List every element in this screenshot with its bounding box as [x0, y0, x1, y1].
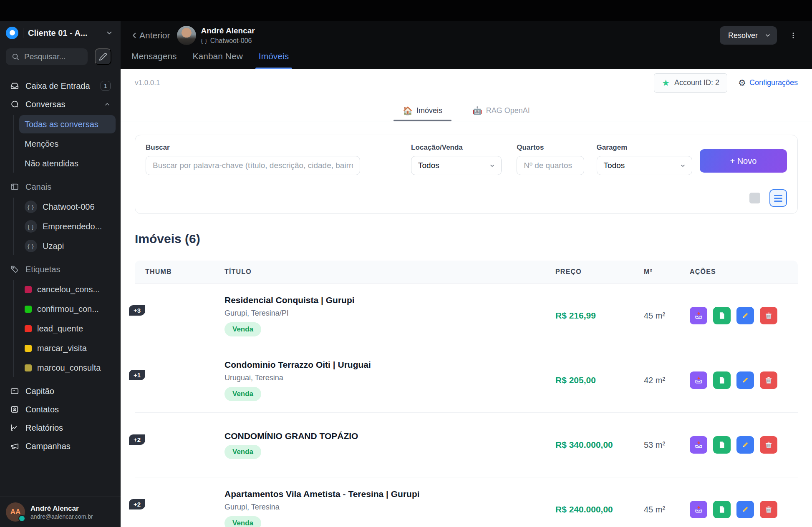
sidebar-item-label: Relatórios — [25, 423, 111, 433]
sidebar-user-card[interactable]: AA André Alencar andre@aalencar.com.br — [0, 497, 121, 527]
garagem-value: Todos — [604, 161, 680, 170]
sidebar-item-campanhas[interactable]: Campanhas — [5, 437, 116, 455]
sidebar-label-marcou-consulta[interactable]: marcou_consulta — [19, 359, 116, 377]
account-id-badge[interactable]: ★ Account ID: 2 — [654, 73, 727, 93]
quartos-label: Quartos — [517, 143, 584, 152]
delete-action-button[interactable] — [760, 371, 777, 389]
divider — [23, 28, 23, 38]
delete-action-button[interactable] — [760, 436, 777, 454]
sidebar-channel-chatwoot[interactable]: { } Chatwoot-006 — [19, 198, 116, 216]
table-row: +2 CONDOMÍNIO GRAND TOPÁZIO Venda R$ 340… — [135, 413, 798, 477]
channel-label: Uzapi — [43, 241, 64, 251]
panel-tab-imoveis[interactable]: 🏠 Imóveis — [393, 103, 451, 121]
edit-action-button[interactable] — [736, 371, 754, 389]
resolve-button[interactable]: Resolver — [720, 26, 777, 45]
tab-imoveis[interactable]: Imóveis — [259, 50, 289, 69]
sidebar-item-capitao[interactable]: Capitão — [5, 382, 116, 400]
list-view-button[interactable] — [769, 189, 787, 207]
sidebar-item-conversas[interactable]: Conversas — [5, 95, 116, 113]
sidebar-item-contatos[interactable]: Contatos — [5, 400, 116, 419]
document-action-button[interactable] — [713, 501, 731, 518]
edit-action-button[interactable] — [736, 307, 754, 324]
buscar-input[interactable] — [146, 156, 360, 175]
imoveis-panel: v1.0.0.1 ★ Account ID: 2 ⚙ Configurações… — [121, 69, 812, 527]
column-thumb: THUMB — [145, 268, 224, 276]
panel-columns-icon — [10, 182, 19, 191]
channel-label: Chatwoot-006 — [43, 202, 95, 212]
back-button[interactable]: Anterior — [131, 30, 170, 40]
sidebar-search-row: Pesquisar... — [0, 45, 121, 65]
sidebar-label-confirmou[interactable]: confirmou_con... — [19, 300, 116, 318]
conversas-sublist: Todas as conversas Menções Não atendidas — [13, 115, 116, 173]
workspace-name: Cliente 01 - A... — [28, 28, 101, 38]
chevron-up-icon — [104, 101, 111, 108]
inbox-action-button[interactable] — [690, 371, 707, 389]
inbox-action-button[interactable] — [690, 501, 707, 518]
sidebar-item-nao-atendidas[interactable]: Não atendidas — [19, 154, 116, 173]
sidebar-label-cancelou[interactable]: cancelou_cons... — [19, 280, 116, 299]
sidebar-section-etiquetas[interactable]: Etiquetas — [5, 260, 116, 279]
edit-action-button[interactable] — [736, 436, 754, 454]
list-heading: Imóveis (6) — [135, 232, 798, 246]
document-action-button[interactable] — [713, 436, 731, 454]
delete-action-button[interactable] — [760, 501, 777, 518]
row-actions — [690, 501, 787, 518]
sidebar-channel-uzapi[interactable]: { } Uzapi — [19, 237, 116, 255]
panel-tab-rag-openai[interactable]: 🤖 RAG OpenAI — [463, 103, 539, 121]
delete-action-button[interactable] — [760, 307, 777, 324]
search-input[interactable]: Pesquisar... — [6, 48, 88, 65]
sidebar-item-relatorios[interactable]: Relatórios — [5, 419, 116, 437]
app-window: Cliente 01 - A... Pesquisar... — [0, 0, 812, 527]
section-label: Etiquetas — [25, 265, 111, 274]
locacao-select[interactable]: Todos — [411, 156, 502, 175]
sidebar-item-inbox[interactable]: Caixa de Entrada 1 — [5, 77, 116, 95]
search-icon — [11, 53, 20, 61]
sub-item-label: Todas as conversas — [25, 120, 98, 129]
garagem-select[interactable]: Todos — [597, 156, 692, 175]
document-action-button[interactable] — [713, 307, 731, 324]
user-name: André Alencar — [30, 504, 93, 513]
etiquetas-sublist: cancelou_cons... confirmou_con... lead_q… — [13, 280, 116, 377]
sidebar-item-todas-conversas[interactable]: Todas as conversas — [19, 115, 116, 133]
chatwoot-logo-icon — [6, 27, 18, 39]
more-options-button[interactable] — [786, 28, 800, 43]
house-icon: 🏠 — [403, 106, 413, 115]
quartos-input[interactable] — [517, 156, 584, 175]
tab-mensagens[interactable]: Mensagens — [131, 50, 177, 69]
panel-tab-label: RAG OpenAI — [486, 106, 530, 115]
new-property-button[interactable]: + Novo — [700, 149, 787, 173]
search-placeholder: Pesquisar... — [24, 52, 66, 61]
status-badge: Venda — [224, 516, 261, 527]
row-actions — [690, 371, 787, 389]
sidebar-section-canais[interactable]: Canais — [5, 178, 116, 196]
contact-meta: André Alencar { } Chatwoot-006 — [201, 26, 255, 45]
inbox-action-button[interactable] — [690, 307, 707, 324]
sidebar-item-label: Contatos — [25, 405, 111, 414]
column-m2: M² — [644, 268, 690, 276]
line-chart-icon — [10, 423, 19, 432]
grid-view-button[interactable] — [749, 193, 760, 203]
contact-avatar[interactable] — [177, 26, 196, 45]
sidebar-channel-empreendedor[interactable]: { } Empreendedo... — [19, 217, 116, 236]
chevron-down-icon[interactable] — [764, 32, 771, 39]
settings-label: Configurações — [749, 78, 798, 87]
sidebar-item-mencoes[interactable]: Menções — [19, 135, 116, 153]
sidebar-label-lead-quente[interactable]: lead_quente — [19, 319, 116, 338]
inbox-action-button[interactable] — [690, 436, 707, 454]
sidebar-item-label: Caixa de Entrada — [25, 81, 94, 91]
property-title: Condominio Terrazzo Oiti | Uruguai — [224, 360, 555, 370]
sidebar-label-marcar-visita[interactable]: marcar_visita — [19, 339, 116, 357]
compose-button[interactable] — [95, 48, 111, 65]
property-price: R$ 340.000,00 — [555, 440, 644, 450]
user-avatar: AA — [6, 502, 25, 522]
edit-action-button[interactable] — [736, 501, 754, 518]
settings-link[interactable]: ⚙ Configurações — [738, 78, 798, 87]
property-title: CONDOMÍNIO GRAND TOPÁZIO — [224, 431, 555, 441]
contact-name: André Alencar — [201, 26, 255, 36]
sidebar: Cliente 01 - A... Pesquisar... — [0, 21, 121, 527]
conversation-header-row: Anterior André Alencar { } Chatwoot-006 … — [131, 21, 800, 50]
document-action-button[interactable] — [713, 371, 731, 389]
workspace-switcher[interactable]: Cliente 01 - A... — [0, 21, 121, 45]
tab-kanban-new[interactable]: Kanban New — [193, 50, 243, 69]
property-price: R$ 205,00 — [555, 375, 644, 385]
